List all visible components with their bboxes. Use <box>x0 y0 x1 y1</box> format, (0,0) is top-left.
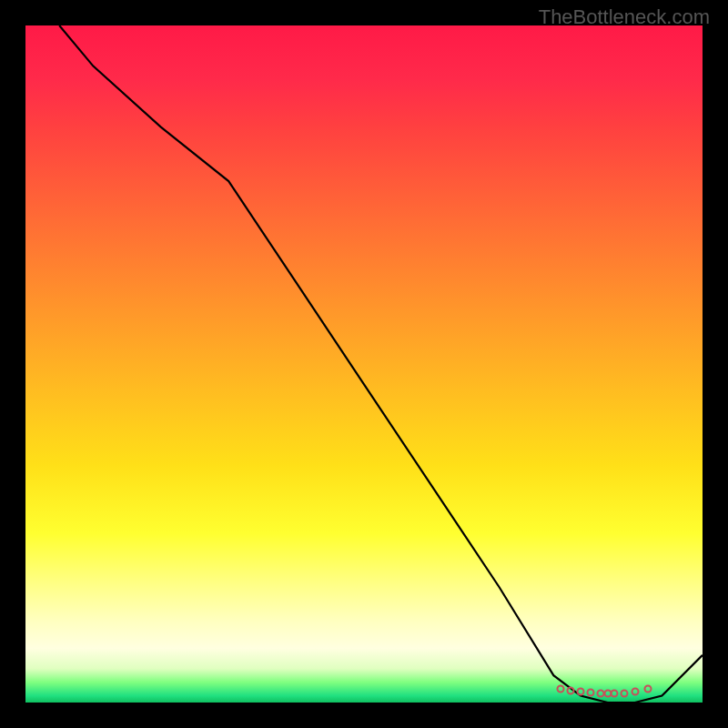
chart-plot-area <box>25 25 703 703</box>
chart-marker <box>556 685 564 693</box>
chart-marker <box>587 688 595 696</box>
chart-markers-group <box>25 25 703 703</box>
chart-marker <box>566 686 574 694</box>
watermark-text: TheBottleneck.com <box>539 5 710 29</box>
chart-marker <box>631 688 639 696</box>
chart-marker <box>577 688 585 696</box>
chart-marker <box>621 689 629 697</box>
chart-marker <box>611 690 619 698</box>
chart-marker <box>644 685 652 693</box>
